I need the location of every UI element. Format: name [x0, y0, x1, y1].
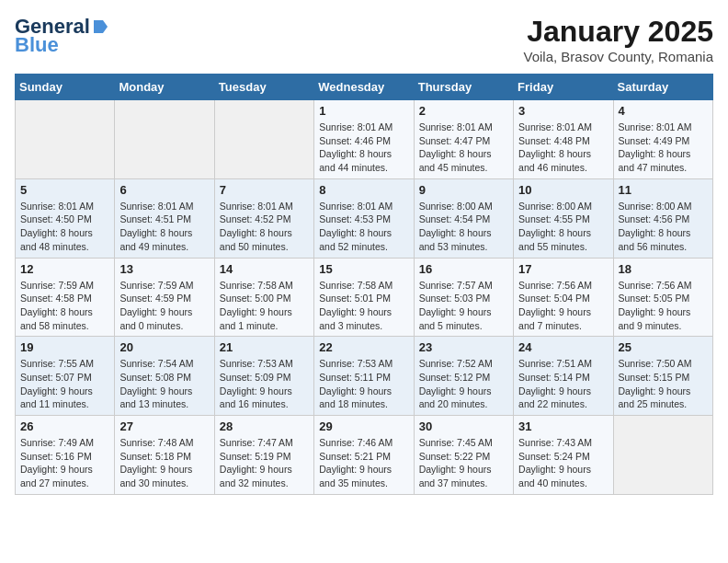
day-number: 20 [119, 340, 209, 354]
calendar-cell: 16Sunrise: 7:57 AM Sunset: 5:03 PM Dayli… [414, 258, 513, 337]
calendar-cell [214, 100, 313, 179]
day-number: 26 [20, 419, 109, 433]
day-info: Sunrise: 7:52 AM Sunset: 5:12 PM Dayligh… [419, 357, 508, 411]
calendar-cell: 27Sunrise: 7:48 AM Sunset: 5:18 PM Dayli… [115, 416, 214, 495]
day-info: Sunrise: 8:01 AM Sunset: 4:51 PM Dayligh… [119, 200, 209, 254]
day-info: Sunrise: 7:58 AM Sunset: 5:00 PM Dayligh… [220, 279, 309, 333]
weekday-header: Friday [514, 75, 613, 100]
calendar-table: SundayMondayTuesdayWednesdayThursdayFrid… [15, 74, 713, 495]
day-info: Sunrise: 7:58 AM Sunset: 5:01 PM Dayligh… [319, 279, 408, 333]
calendar-cell: 17Sunrise: 7:56 AM Sunset: 5:04 PM Dayli… [514, 258, 613, 337]
day-number: 28 [220, 419, 309, 433]
calendar-cell: 1Sunrise: 8:01 AM Sunset: 4:46 PM Daylig… [314, 100, 414, 179]
logo-blue: Blue [15, 33, 59, 57]
day-number: 10 [518, 183, 608, 197]
day-info: Sunrise: 7:57 AM Sunset: 5:03 PM Dayligh… [419, 279, 508, 333]
day-number: 23 [419, 340, 508, 354]
day-number: 15 [319, 262, 408, 276]
calendar-cell: 29Sunrise: 7:46 AM Sunset: 5:21 PM Dayli… [314, 416, 414, 495]
day-info: Sunrise: 8:01 AM Sunset: 4:53 PM Dayligh… [319, 200, 408, 254]
calendar-cell: 21Sunrise: 7:53 AM Sunset: 5:09 PM Dayli… [214, 337, 313, 416]
calendar-week-row: 12Sunrise: 7:59 AM Sunset: 4:58 PM Dayli… [16, 258, 713, 337]
calendar-cell: 6Sunrise: 8:01 AM Sunset: 4:51 PM Daylig… [115, 178, 214, 258]
day-number: 22 [319, 340, 408, 354]
calendar-cell: 3Sunrise: 8:01 AM Sunset: 4:48 PM Daylig… [514, 100, 613, 179]
calendar-cell [16, 100, 115, 179]
calendar-cell: 5Sunrise: 8:01 AM Sunset: 4:50 PM Daylig… [16, 178, 115, 258]
logo: General Blue [15, 15, 108, 57]
calendar-cell: 20Sunrise: 7:54 AM Sunset: 5:08 PM Dayli… [115, 337, 214, 416]
calendar-week-row: 19Sunrise: 7:55 AM Sunset: 5:07 PM Dayli… [16, 337, 713, 416]
day-info: Sunrise: 7:45 AM Sunset: 5:22 PM Dayligh… [419, 436, 508, 490]
calendar-cell: 14Sunrise: 7:58 AM Sunset: 5:00 PM Dayli… [214, 258, 313, 337]
calendar-cell: 10Sunrise: 8:00 AM Sunset: 4:55 PM Dayli… [514, 178, 613, 258]
calendar-cell: 31Sunrise: 7:43 AM Sunset: 5:24 PM Dayli… [514, 416, 613, 495]
page-subtitle: Voila, Brasov County, Romania [524, 49, 714, 64]
day-number: 1 [319, 104, 408, 118]
day-number: 21 [220, 340, 309, 354]
day-info: Sunrise: 8:01 AM Sunset: 4:52 PM Dayligh… [220, 200, 309, 254]
calendar-week-row: 1Sunrise: 8:01 AM Sunset: 4:46 PM Daylig… [16, 100, 713, 179]
day-number: 14 [220, 262, 309, 276]
day-info: Sunrise: 7:46 AM Sunset: 5:21 PM Dayligh… [319, 436, 408, 490]
day-number: 24 [518, 340, 608, 354]
day-number: 18 [619, 262, 708, 276]
day-number: 30 [419, 419, 508, 433]
day-info: Sunrise: 7:51 AM Sunset: 5:14 PM Dayligh… [518, 357, 608, 411]
page-title: January 2025 [524, 15, 714, 49]
day-number: 27 [119, 419, 209, 433]
calendar-cell: 30Sunrise: 7:45 AM Sunset: 5:22 PM Dayli… [414, 416, 513, 495]
day-info: Sunrise: 8:01 AM Sunset: 4:48 PM Dayligh… [518, 121, 608, 175]
calendar-cell: 7Sunrise: 8:01 AM Sunset: 4:52 PM Daylig… [214, 178, 313, 258]
day-number: 2 [419, 104, 508, 118]
calendar-cell: 25Sunrise: 7:50 AM Sunset: 5:15 PM Dayli… [613, 337, 712, 416]
day-info: Sunrise: 8:01 AM Sunset: 4:50 PM Dayligh… [20, 200, 109, 254]
day-number: 4 [619, 104, 708, 118]
day-info: Sunrise: 7:49 AM Sunset: 5:16 PM Dayligh… [20, 436, 109, 490]
day-info: Sunrise: 8:00 AM Sunset: 4:54 PM Dayligh… [419, 200, 508, 254]
day-number: 5 [20, 183, 109, 197]
day-info: Sunrise: 7:56 AM Sunset: 5:04 PM Dayligh… [518, 279, 608, 333]
calendar-cell: 19Sunrise: 7:55 AM Sunset: 5:07 PM Dayli… [16, 337, 115, 416]
day-number: 25 [619, 340, 708, 354]
day-info: Sunrise: 7:53 AM Sunset: 5:11 PM Dayligh… [319, 357, 408, 411]
calendar-cell: 23Sunrise: 7:52 AM Sunset: 5:12 PM Dayli… [414, 337, 513, 416]
weekday-header: Monday [115, 75, 214, 100]
day-info: Sunrise: 7:55 AM Sunset: 5:07 PM Dayligh… [20, 357, 109, 411]
day-info: Sunrise: 7:56 AM Sunset: 5:05 PM Dayligh… [619, 279, 708, 333]
calendar-cell: 18Sunrise: 7:56 AM Sunset: 5:05 PM Dayli… [613, 258, 712, 337]
day-number: 9 [419, 183, 508, 197]
day-info: Sunrise: 7:50 AM Sunset: 5:15 PM Dayligh… [619, 357, 708, 411]
day-info: Sunrise: 8:01 AM Sunset: 4:49 PM Dayligh… [619, 121, 708, 175]
calendar-cell: 12Sunrise: 7:59 AM Sunset: 4:58 PM Dayli… [16, 258, 115, 337]
day-info: Sunrise: 8:00 AM Sunset: 4:55 PM Dayligh… [518, 200, 608, 254]
day-number: 19 [20, 340, 109, 354]
day-number: 31 [518, 419, 608, 433]
calendar-week-row: 5Sunrise: 8:01 AM Sunset: 4:50 PM Daylig… [16, 178, 713, 258]
day-info: Sunrise: 7:59 AM Sunset: 4:59 PM Dayligh… [119, 279, 209, 333]
day-number: 8 [319, 183, 408, 197]
weekday-header: Saturday [613, 75, 712, 100]
day-info: Sunrise: 7:47 AM Sunset: 5:19 PM Dayligh… [220, 436, 309, 490]
title-area: January 2025 Voila, Brasov County, Roman… [524, 15, 714, 64]
day-info: Sunrise: 7:43 AM Sunset: 5:24 PM Dayligh… [518, 436, 608, 490]
calendar-cell: 28Sunrise: 7:47 AM Sunset: 5:19 PM Dayli… [214, 416, 313, 495]
weekday-header: Thursday [414, 75, 513, 100]
day-number: 29 [319, 419, 408, 433]
calendar-cell: 13Sunrise: 7:59 AM Sunset: 4:59 PM Dayli… [115, 258, 214, 337]
page-header: General Blue January 2025 Voila, Brasov … [15, 15, 713, 64]
calendar-cell: 2Sunrise: 8:01 AM Sunset: 4:47 PM Daylig… [414, 100, 513, 179]
calendar-cell: 26Sunrise: 7:49 AM Sunset: 5:16 PM Dayli… [16, 416, 115, 495]
logo-icon [92, 18, 108, 35]
calendar-cell [613, 416, 712, 495]
day-number: 16 [419, 262, 508, 276]
day-info: Sunrise: 7:53 AM Sunset: 5:09 PM Dayligh… [220, 357, 309, 411]
day-number: 13 [119, 262, 209, 276]
calendar-cell: 11Sunrise: 8:00 AM Sunset: 4:56 PM Dayli… [613, 178, 712, 258]
weekday-header: Sunday [16, 75, 115, 100]
calendar-cell: 15Sunrise: 7:58 AM Sunset: 5:01 PM Dayli… [314, 258, 414, 337]
day-info: Sunrise: 8:01 AM Sunset: 4:47 PM Dayligh… [419, 121, 508, 175]
day-info: Sunrise: 8:01 AM Sunset: 4:46 PM Dayligh… [319, 121, 408, 175]
calendar-cell: 8Sunrise: 8:01 AM Sunset: 4:53 PM Daylig… [314, 178, 414, 258]
day-info: Sunrise: 7:48 AM Sunset: 5:18 PM Dayligh… [119, 436, 209, 490]
